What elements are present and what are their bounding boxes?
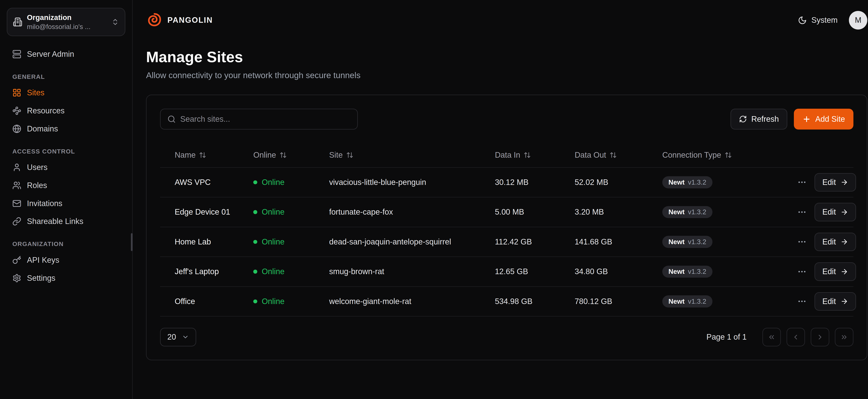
data-in-value: 534.98 GB: [495, 297, 575, 306]
column-header-site[interactable]: Site: [329, 151, 495, 159]
add-site-button[interactable]: Add Site: [794, 109, 853, 129]
data-in-value: 112.42 GB: [495, 237, 575, 246]
connection-type-badge: Newt v1.3.2: [662, 295, 712, 307]
server-icon: [12, 50, 21, 59]
connection-type-badge: Newt v1.3.2: [662, 236, 712, 248]
moon-icon: [798, 16, 807, 25]
online-dot-icon: [253, 180, 257, 184]
prev-page-button[interactable]: [786, 328, 805, 346]
sidebar-item-resources[interactable]: Resources: [7, 102, 125, 120]
row-menu-button[interactable]: [797, 207, 807, 217]
theme-toggle[interactable]: System: [798, 16, 838, 25]
waypoints-icon: [12, 106, 21, 115]
pangolin-logo-icon: [146, 12, 163, 29]
toolbar-actions: Refresh Add Site: [731, 109, 853, 129]
sidebar-item-label: Users: [27, 163, 48, 172]
refresh-button[interactable]: Refresh: [731, 109, 787, 129]
edit-button[interactable]: Edit: [814, 203, 856, 221]
status-badge: Online: [253, 208, 329, 216]
row-actions: Edit: [797, 263, 857, 281]
gear-icon: [12, 274, 21, 283]
pagination: Page 1 of 1: [706, 328, 854, 346]
sidebar: Organization milo@fossorial.io's ... Ser…: [0, 0, 133, 399]
sidebar-item-users[interactable]: Users: [7, 158, 125, 176]
edit-label: Edit: [823, 178, 836, 187]
site-name: Home Lab: [160, 237, 253, 246]
status-badge: Online: [253, 267, 329, 276]
data-out-value: 34.80 GB: [575, 267, 662, 276]
sidebar-item-shareable-links[interactable]: Shareable Links: [7, 212, 125, 231]
connection-type-version: v1.3.2: [688, 268, 706, 275]
first-page-button[interactable]: [763, 328, 781, 346]
sidebar-section-organization: ORGANIZATION: [12, 241, 120, 248]
page-head: Manage Sites Allow connectivity to your …: [133, 40, 868, 80]
globe-icon: [12, 124, 21, 133]
chevrons-right-icon: [840, 333, 848, 341]
status-label: Online: [262, 267, 284, 276]
sort-icon: [346, 151, 353, 159]
column-label: Online: [253, 151, 276, 159]
edit-label: Edit: [823, 208, 836, 216]
sidebar-item-api-keys[interactable]: API Keys: [7, 251, 125, 269]
status-label: Online: [262, 178, 284, 187]
sidebar-item-domains[interactable]: Domains: [7, 120, 125, 138]
connection-type-badge: Newt v1.3.2: [662, 266, 712, 278]
table-body: AWS VPC Online vivacious-little-blue-pen…: [160, 168, 854, 317]
last-page-button[interactable]: [835, 328, 854, 346]
sidebar-item-label: API Keys: [27, 255, 59, 265]
row-menu-button[interactable]: [797, 178, 807, 187]
edit-button[interactable]: Edit: [814, 292, 856, 311]
table-header-row: Name Online Site Data In: [160, 143, 854, 167]
ellipsis-icon: [797, 237, 807, 247]
sidebar-item-server-admin[interactable]: Server Admin: [7, 45, 125, 63]
ellipsis-icon: [797, 267, 807, 276]
table-toolbar: Refresh Add Site: [160, 109, 854, 129]
site-name: Edge Device 01: [160, 208, 253, 216]
column-header-name[interactable]: Name: [160, 151, 253, 159]
column-label: Connection Type: [662, 151, 721, 159]
sidebar-item-invitations[interactable]: Invitations: [7, 194, 125, 213]
column-label: Data Out: [575, 151, 606, 159]
edit-label: Edit: [823, 267, 836, 276]
edit-label: Edit: [823, 297, 836, 306]
row-menu-button[interactable]: [797, 297, 807, 306]
sort-icon: [610, 151, 617, 159]
sidebar-item-label: Sites: [27, 88, 44, 97]
site-slug: vivacious-little-blue-penguin: [329, 178, 495, 187]
arrow-right-icon: [840, 238, 848, 246]
page-size-select[interactable]: 20: [160, 328, 196, 346]
arrow-right-icon: [840, 208, 848, 216]
edit-button[interactable]: Edit: [814, 173, 856, 192]
search-input[interactable]: [180, 115, 350, 124]
avatar[interactable]: M: [849, 11, 867, 30]
key-icon: [12, 255, 21, 265]
column-header-online[interactable]: Online: [253, 151, 329, 159]
row-menu-button[interactable]: [797, 237, 807, 247]
column-label: Data In: [495, 151, 520, 159]
user-icon: [12, 163, 21, 172]
top-header: PANGOLIN System M: [133, 0, 868, 40]
edit-button[interactable]: Edit: [814, 233, 856, 251]
header-controls: System M: [798, 11, 867, 30]
sidebar-scrollbar[interactable]: [131, 233, 133, 251]
connection-type-name: Newt: [669, 179, 685, 186]
sidebar-item-settings[interactable]: Settings: [7, 269, 125, 287]
row-actions: Edit: [797, 292, 857, 311]
edit-button[interactable]: Edit: [814, 263, 856, 281]
sidebar-item-roles[interactable]: Roles: [7, 176, 125, 194]
table-footer: 20 Page 1 of 1: [160, 328, 854, 346]
next-page-button[interactable]: [811, 328, 829, 346]
connection-type-badge: Newt v1.3.2: [662, 176, 712, 188]
sites-table: Name Online Site Data In: [160, 143, 854, 316]
column-header-connection-type[interactable]: Connection Type: [662, 151, 797, 159]
site-slug: fortunate-cape-fox: [329, 208, 495, 216]
organization-text: Organization milo@fossorial.io's ...: [27, 13, 107, 31]
chevron-left-icon: [792, 333, 800, 341]
column-header-data-out[interactable]: Data Out: [575, 151, 662, 159]
ellipsis-icon: [797, 297, 807, 306]
column-header-data-in[interactable]: Data In: [495, 151, 575, 159]
status-badge: Online: [253, 178, 329, 187]
row-menu-button[interactable]: [797, 267, 807, 276]
organization-selector[interactable]: Organization milo@fossorial.io's ...: [7, 8, 125, 36]
sidebar-item-sites[interactable]: Sites: [7, 84, 125, 102]
